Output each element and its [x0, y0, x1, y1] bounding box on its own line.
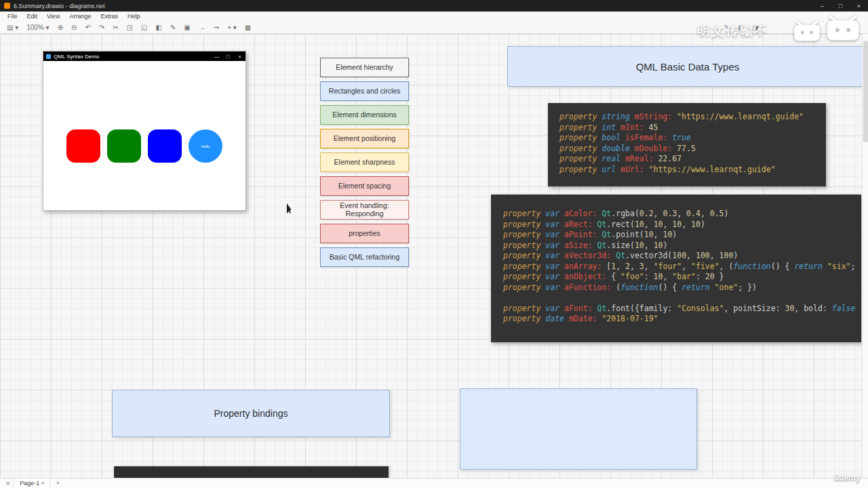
code-line: property int mInt: 45: [559, 123, 826, 134]
demo-shape: hello: [189, 129, 222, 163]
window-close-button[interactable]: ×: [850, 0, 868, 12]
redo-icon[interactable]: ↷: [95, 21, 108, 34]
topic-box[interactable]: Element sharpness: [320, 152, 409, 172]
title-bar: 6.Summary.drawio - diagrams.net –□×: [0, 0, 868, 12]
property-bindings-label: Property bindings: [214, 408, 288, 419]
empty-blue-box[interactable]: [460, 388, 697, 470]
topic-box[interactable]: Element dimensions: [320, 105, 409, 125]
code-line: property date mDate: "2018-07-19": [503, 314, 861, 325]
demo-window-body: hello: [43, 61, 245, 210]
to-back-icon[interactable]: ◱: [137, 21, 151, 34]
insert-icon[interactable]: + ▾: [223, 21, 241, 34]
topic-list: Element hierarchyRectangles and circlesE…: [320, 58, 409, 267]
demo-window-title-bar: QML Syntax Demo —□×: [43, 52, 245, 61]
qml-demo-window-image[interactable]: QML Syntax Demo —□× hello: [43, 51, 246, 211]
window-maximize-button[interactable]: □: [831, 0, 850, 12]
qml-basic-data-types-box[interactable]: QML Basic Data Types: [507, 46, 868, 87]
connection-arrow-icon[interactable]: →: [195, 21, 210, 34]
page-tab[interactable]: Page-1 ▾: [14, 479, 50, 488]
topic-box[interactable]: Rectangles and circles: [320, 81, 409, 101]
topic-box[interactable]: Event handling: Responding: [320, 200, 409, 220]
fill-color-icon[interactable]: ◧: [151, 21, 165, 34]
demo-app-icon: [46, 54, 51, 59]
to-front-icon[interactable]: ◳: [123, 21, 137, 34]
waypoints-icon[interactable]: ⇝: [210, 21, 223, 34]
menu-item[interactable]: File: [3, 13, 22, 20]
window-minimize-button[interactable]: –: [813, 0, 831, 12]
demo-minimize-button: —: [211, 54, 222, 60]
topic-box[interactable]: Basic QML refactoring: [320, 247, 409, 267]
window-title: 6.Summary.drawio - diagrams.net: [14, 3, 104, 9]
demo-window-title: QML Syntax Demo: [54, 54, 99, 60]
demo-shape: [66, 129, 100, 163]
topic-box[interactable]: properties: [320, 224, 409, 243]
qml-basic-data-types-label: QML Basic Data Types: [636, 61, 740, 73]
menu-item[interactable]: Help: [123, 13, 145, 20]
delete-icon[interactable]: ✂: [108, 21, 122, 34]
demo-close-button: ×: [234, 54, 245, 60]
demo-shape: [107, 129, 141, 163]
code-line: property var anArray: [1, 2, 3, "four", …: [503, 262, 861, 272]
code-line: property var aColor: Qt.rgba(0.2, 0.3, 0…: [503, 209, 861, 220]
add-page-button[interactable]: +: [52, 480, 64, 487]
drawio-window: 6.Summary.drawio - diagrams.net –□× File…: [0, 0, 868, 488]
zoom-in-icon[interactable]: ⊕: [54, 21, 67, 34]
menu-item[interactable]: Edit: [22, 13, 43, 20]
drawio-app-icon: [4, 3, 10, 9]
basic-types-code-block[interactable]: property string mString: "https://www.le…: [548, 103, 826, 186]
window-controls: –□×: [813, 0, 868, 12]
shadow-icon[interactable]: ▣: [180, 21, 194, 34]
undo-icon[interactable]: ↶: [81, 21, 94, 34]
code-line: property bool isFemale: true: [559, 133, 826, 144]
bilibili-logo-icon: [825, 15, 861, 46]
vertical-scrollbar-thumb[interactable]: [863, 41, 868, 142]
pages-overview-icon[interactable]: ≡: [3, 480, 12, 487]
topic-box[interactable]: Element positioning: [320, 129, 409, 148]
demo-shape: [148, 129, 182, 163]
code-line: property string mString: "https://www.le…: [559, 112, 826, 123]
code-line: property var aSize: Qt.size(10, 10): [503, 241, 861, 251]
code-line: property var aVector3d: Qt.vector3d(100,…: [503, 251, 861, 262]
code-line: property var aRect: Qt.rect(10, 10, 10, …: [503, 220, 861, 230]
code-line: [503, 293, 861, 304]
clipped-code-block[interactable]: [114, 466, 389, 478]
menu-item[interactable]: Arrange: [64, 13, 96, 20]
topic-box[interactable]: Element hierarchy: [320, 58, 409, 77]
chevron-down-icon: ▾: [41, 481, 44, 486]
pencil-icon[interactable]: ✎: [166, 21, 180, 34]
toolbar-left-group: ▤ ▾100% ▾⊕⊖↶↷✂◳◱◧✎▣→⇝+ ▾▦: [3, 21, 255, 34]
property-bindings-box[interactable]: Property bindings: [112, 390, 390, 437]
zoom-out-icon[interactable]: ⊖: [67, 21, 81, 34]
code-line: property var aPoint: Qt.point(10, 10): [503, 230, 861, 241]
menu-item[interactable]: View: [42, 13, 64, 20]
table-icon[interactable]: ▦: [241, 21, 255, 34]
code-line: property var anObject: { "foo": 10, "bar…: [503, 272, 861, 283]
view-panel-icon[interactable]: ▤ ▾: [3, 21, 22, 34]
menu-bar: FileEditViewArrangeExtrasHelp: [0, 12, 868, 21]
code-line: property real mReal: 22.67: [559, 154, 826, 165]
demo-maximize-button: □: [222, 54, 234, 60]
page-tab-label: Page-1: [20, 480, 39, 487]
code-line: property double mDouble: 77.5: [559, 144, 826, 155]
video-watermark-text: 明文传输不: [697, 22, 768, 40]
code-line: property var aFont: Qt.font({family: "Co…: [503, 304, 861, 314]
demo-window-controls: —□×: [211, 54, 245, 60]
udemy-watermark: ûdemy: [834, 473, 861, 483]
diagram-canvas[interactable]: QML Syntax Demo —□× hello Element hierar…: [0, 34, 868, 478]
code-line: property var aFunction: (function() { re…: [503, 283, 861, 293]
zoom-level-select[interactable]: 100% ▾: [22, 21, 53, 34]
bilibili-logo-icon: [792, 20, 822, 46]
vertical-scrollbar[interactable]: [862, 34, 868, 478]
code-line: property url mUrl: "https://www.learnqt.…: [559, 165, 826, 176]
page-bar: ≡ Page-1 ▾ +: [0, 478, 868, 488]
topic-box[interactable]: Element spacing: [320, 176, 409, 196]
menu-item[interactable]: Extras: [96, 13, 123, 20]
var-types-code-block[interactable]: property var aColor: Qt.rgba(0.2, 0.3, 0…: [491, 195, 861, 342]
bilibili-watermark: [792, 15, 861, 46]
